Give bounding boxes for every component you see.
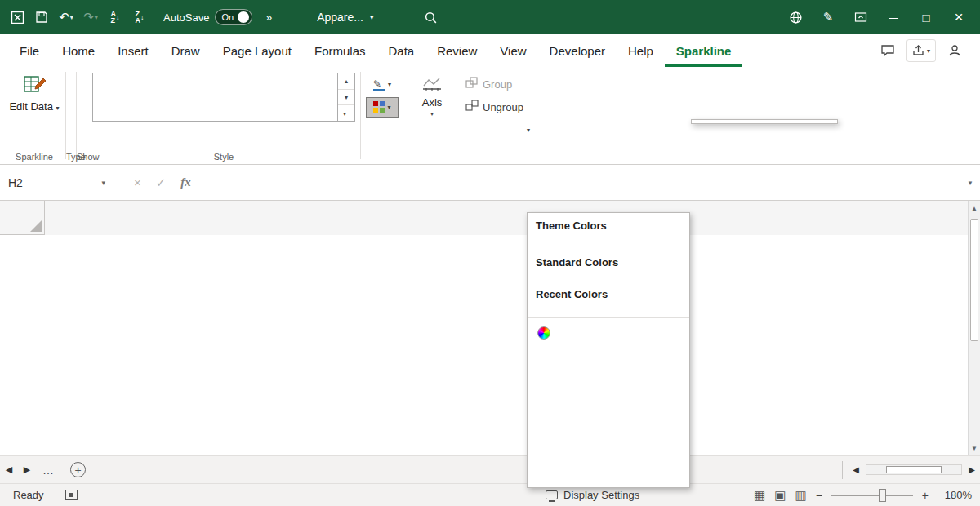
tab-data[interactable]: Data (376, 34, 425, 67)
quick-access-overflow[interactable]: » (265, 11, 272, 24)
color-wheel-icon (537, 326, 550, 340)
show-ribbon-group: Show (77, 67, 87, 164)
autosave-toggle[interactable]: On (215, 9, 252, 25)
group-label: Group (483, 78, 512, 91)
sort-za-icon[interactable]: ZA↓ (127, 6, 152, 29)
theme-colors-title: Theme Colors (536, 220, 681, 232)
sheet-nav-left-icon[interactable]: ◀ (0, 456, 18, 483)
save-icon[interactable] (29, 6, 54, 29)
marker-color-menu (691, 119, 838, 124)
style-scroll-down-button[interactable]: ▾ (338, 90, 354, 106)
tab-developer[interactable]: Developer (538, 34, 617, 67)
tab-draw[interactable]: Draw (160, 34, 212, 67)
sparkline-color-button[interactable]: ✎▾ (366, 74, 399, 95)
minimize-button[interactable]: ─ (877, 0, 910, 34)
scroll-down-icon[interactable]: ▼ (969, 441, 980, 455)
enter-formula-icon[interactable]: ✓ (156, 175, 167, 190)
marker-color-button[interactable]: ▾ (366, 97, 399, 118)
group-label-type: Type (66, 152, 76, 162)
tab-help[interactable]: Help (617, 34, 665, 67)
zoom-slider[interactable] (831, 495, 913, 496)
tab-review[interactable]: Review (425, 34, 488, 67)
clear-dropdown[interactable]: ▾ (466, 119, 530, 140)
formula-bar: H2▾ × ✓ fx ▾ (0, 165, 980, 201)
tab-formulas[interactable]: Formulas (303, 34, 377, 67)
new-sheet-button[interactable]: + (70, 462, 86, 477)
zoom-level[interactable]: 180% (938, 489, 972, 501)
tab-home[interactable]: Home (51, 34, 106, 67)
page-layout-view-icon[interactable]: ▣ (774, 488, 786, 503)
type-ribbon-group: Type (66, 67, 76, 164)
title-bar: ↶▾ ↷▾ AZ↓ ZA↓ AutoSave On » Appare...▾ ✎ (0, 0, 980, 34)
tab-insert[interactable]: Insert (106, 34, 160, 67)
style-gallery-rail: ▴ ▾ ▾ (337, 73, 354, 121)
horizontal-scrollbar: ◀ ▶ (842, 456, 980, 483)
globe-icon[interactable] (779, 0, 812, 34)
axis-button[interactable]: Axis ▾ (408, 73, 456, 118)
spreadsheet-grid (0, 235, 968, 455)
chevron-down-icon: ▾ (101, 179, 105, 187)
zoom-slider-knob[interactable] (879, 489, 886, 502)
insert-function-icon[interactable]: fx (180, 175, 191, 189)
close-button[interactable]: × (942, 0, 975, 34)
macro-record-icon[interactable] (65, 490, 78, 500)
sheet-tab-overflow[interactable]: … (36, 456, 60, 483)
style-scroll-up-button[interactable]: ▴ (338, 73, 354, 90)
edit-data-button[interactable]: Edit Data ▾ (8, 73, 60, 115)
more-colors-button[interactable] (536, 318, 681, 348)
formula-buttons: × ✓ fx (122, 175, 203, 190)
ribbon-tabs: FileHomeInsertDrawPage LayoutFormulasDat… (8, 34, 742, 67)
expand-formula-bar-icon[interactable]: ▾ (960, 179, 980, 187)
feedback-pen-icon[interactable]: ✎ (812, 0, 844, 34)
ungroup-button[interactable]: Ungroup (466, 96, 530, 118)
edit-data-icon (22, 73, 47, 98)
scroll-left-icon[interactable]: ◀ (849, 465, 862, 474)
autosave-state: On (221, 12, 234, 22)
titlebar-right-controls: ✎ ─ □ × (779, 0, 975, 34)
vertical-scroll-thumb[interactable] (970, 219, 978, 341)
style-more-button[interactable]: ▾ (338, 105, 354, 121)
ribbon-display-icon[interactable] (844, 0, 877, 34)
sort-az-icon[interactable]: AZ↓ (103, 6, 127, 29)
redo-button[interactable]: ↷▾ (78, 6, 103, 29)
color-picker-menu: Theme Colors Standard Colors Recent Colo… (527, 212, 690, 488)
group-button[interactable]: Group (466, 73, 530, 95)
horizontal-scroll-thumb[interactable] (886, 466, 942, 473)
account-person-icon[interactable] (941, 39, 969, 62)
sheet-nav-right-icon[interactable]: ▶ (18, 456, 36, 483)
select-all-corner[interactable] (0, 201, 45, 235)
zoom-in-icon[interactable]: + (922, 489, 929, 502)
vertical-scrollbar[interactable]: ▲ ▼ (968, 201, 980, 455)
maximize-button[interactable]: □ (910, 0, 942, 34)
group-label-style: Style (87, 152, 360, 162)
scroll-right-icon[interactable]: ▶ (965, 465, 978, 474)
tab-file[interactable]: File (8, 34, 51, 67)
normal-view-icon[interactable]: ▦ (754, 488, 765, 503)
excel-app-icon[interactable] (5, 6, 29, 29)
sparkline-ribbon-group: Edit Data ▾ Sparkline (3, 67, 65, 164)
undo-button[interactable]: ↶▾ (54, 6, 78, 29)
ungroup-label: Ungroup (483, 101, 523, 113)
formula-input[interactable] (203, 165, 960, 200)
tab-page-layout[interactable]: Page Layout (212, 34, 303, 67)
sheet-tab-bar: ◀ ▶ … + ◀ ▶ (0, 455, 980, 483)
ungroup-icon (466, 100, 479, 114)
statusbar-right: ▦ ▣ ▥ − + 180% (754, 488, 972, 503)
scroll-up-icon[interactable]: ▲ (969, 201, 980, 215)
comments-icon[interactable] (874, 39, 902, 62)
horizontal-scroll-track[interactable] (866, 464, 962, 475)
share-button[interactable]: ▾ (906, 39, 936, 62)
document-name[interactable]: Appare...▾ (317, 11, 373, 24)
tab-view[interactable]: View (488, 34, 537, 67)
zoom-out-icon[interactable]: − (816, 489, 822, 502)
display-settings-button[interactable]: Display Settings (546, 489, 639, 501)
name-box[interactable]: H2▾ (0, 165, 114, 200)
search-icon[interactable] (419, 6, 443, 29)
chevron-down-icon: ▾ (430, 110, 434, 118)
ribbon: Edit Data ▾ Sparkline Type Show ▴ ▾ ▾ (0, 67, 980, 165)
group-icon (466, 77, 479, 91)
page-break-view-icon[interactable]: ▥ (795, 488, 806, 503)
tab-sparkline[interactable]: Sparkline (665, 34, 743, 67)
cancel-formula-icon[interactable]: × (134, 175, 141, 189)
scrollbar-separator[interactable] (842, 461, 846, 479)
